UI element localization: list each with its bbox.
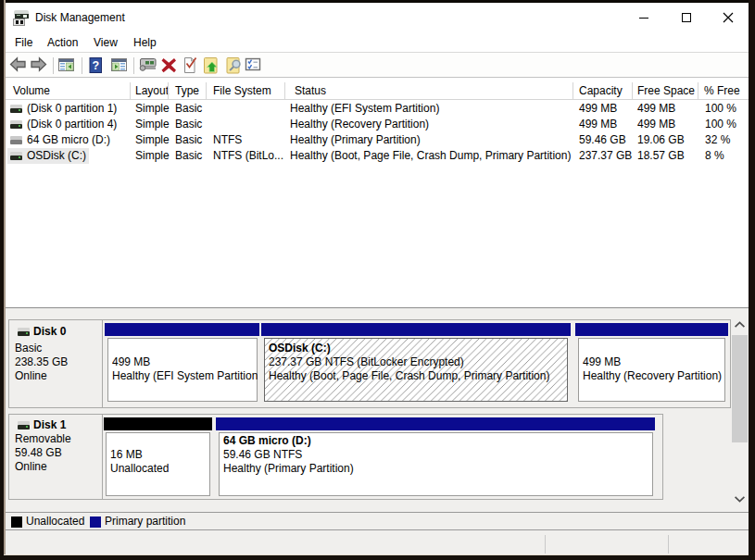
svg-text:?: ?: [92, 59, 99, 72]
